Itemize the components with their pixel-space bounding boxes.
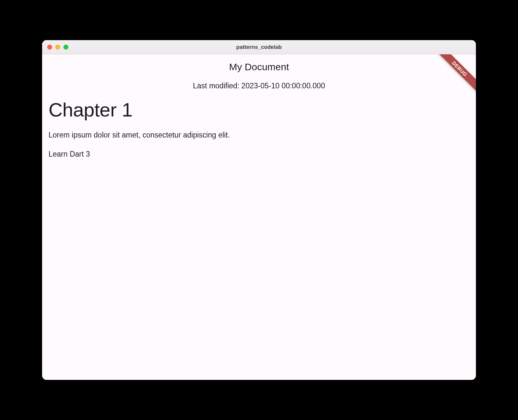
traffic-lights [42,45,68,50]
window-title: patterns_codelab [42,44,476,50]
zoom-window-button[interactable] [63,45,68,50]
list-item: Learn Dart 3 [49,150,469,159]
app-bar: My Document [42,54,476,72]
last-modified-label: Last modified: 2023-05-10 00:00:00.000 [42,82,476,90]
close-window-button[interactable] [47,45,52,50]
window-titlebar[interactable]: patterns_codelab [42,40,476,54]
document-body: Chapter 1 Lorem ipsum dolor sit amet, co… [42,99,476,159]
minimize-window-button[interactable] [55,45,60,50]
paragraph-text: Lorem ipsum dolor sit amet, consectetur … [49,131,469,139]
page-title: My Document [42,61,476,72]
app-content: My Document Last modified: 2023-05-10 00… [42,54,476,380]
app-window: patterns_codelab My Document Last modifi… [42,40,476,380]
chapter-heading: Chapter 1 [49,99,469,121]
